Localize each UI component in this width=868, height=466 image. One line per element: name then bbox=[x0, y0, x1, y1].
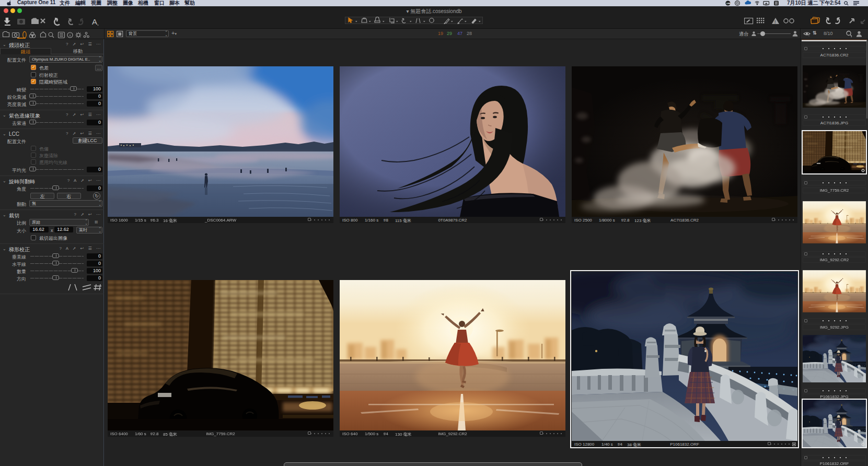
svg-text:!: ! bbox=[774, 19, 776, 25]
svg-text:A: A bbox=[92, 17, 97, 26]
svg-text:LINE: LINE bbox=[726, 3, 731, 5]
